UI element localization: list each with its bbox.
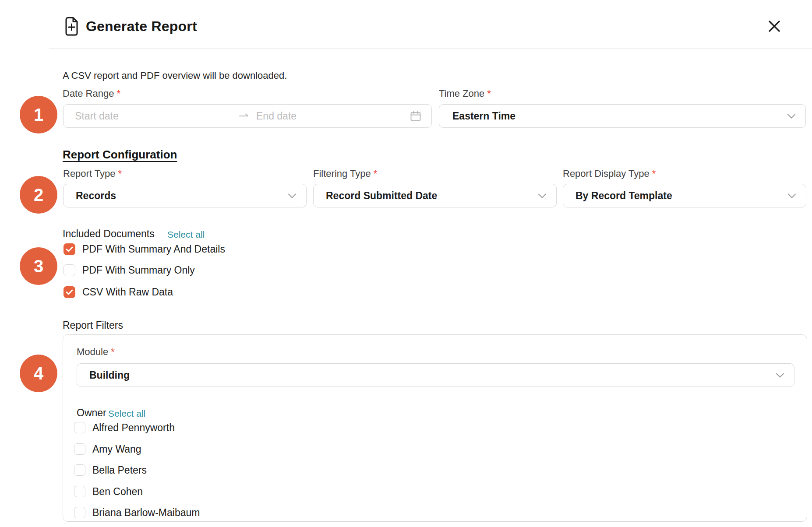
required-asterisk: * — [374, 168, 378, 179]
annotation-badge-2: 2 — [20, 176, 57, 214]
document-option-label: PDF With Summary Only — [82, 264, 195, 276]
owner-option-label: Amy Wang — [92, 443, 141, 455]
required-asterisk: * — [487, 88, 491, 99]
report-display-type-select[interactable]: By Record Template — [563, 184, 806, 207]
document-option-row[interactable]: PDF With Summary And Details — [64, 242, 225, 256]
header-divider — [49, 48, 812, 49]
document-option-label: CSV With Raw Data — [82, 286, 173, 298]
calendar-icon — [410, 110, 422, 122]
document-option-row[interactable]: PDF With Summary Only — [64, 263, 195, 277]
owner-option-row[interactable]: Amy Wang — [74, 442, 141, 456]
document-option-row[interactable]: CSV With Raw Data — [64, 285, 173, 299]
owner-label: Owner — [77, 407, 106, 419]
generate-report-modal: Generate Report A CSV report and PDF ove… — [0, 0, 812, 527]
checkbox[interactable] — [74, 464, 85, 476]
time-zone-select[interactable]: Eastern Time — [439, 104, 806, 128]
report-display-type-value: By Record Template — [575, 190, 672, 202]
report-filters-label: Report Filters — [63, 320, 123, 331]
module-value: Building — [89, 369, 130, 381]
intro-text: A CSV report and PDF overview will be do… — [63, 70, 287, 81]
filtering-type-label: Filtering Type* — [313, 168, 377, 179]
close-icon — [768, 20, 781, 33]
owner-option-label: Briana Barlow-Maibaum — [92, 507, 200, 519]
owner-option-row[interactable]: Alfred Pennyworth — [74, 421, 175, 435]
report-type-value: Records — [76, 190, 116, 202]
filtering-type-select[interactable]: Record Submitted Date — [313, 184, 557, 207]
owner-select-all-link[interactable]: Select all — [108, 408, 145, 419]
chevron-down-icon — [538, 193, 547, 198]
module-select[interactable]: Building — [77, 363, 794, 387]
range-arrow-icon — [239, 113, 249, 119]
required-asterisk: * — [117, 88, 120, 99]
document-option-label: PDF With Summary And Details — [82, 243, 225, 255]
page-title: Generate Report — [86, 16, 197, 37]
report-display-type-label: Report Display Type* — [563, 168, 656, 179]
checkbox[interactable] — [74, 443, 85, 455]
chevron-down-icon — [787, 114, 796, 119]
required-asterisk: * — [652, 168, 656, 179]
owner-option-row[interactable]: Briana Barlow-Maibaum — [74, 506, 200, 520]
close-button[interactable] — [763, 15, 786, 38]
included-documents-select-all-link[interactable]: Select all — [167, 229, 205, 240]
end-date-placeholder[interactable]: End date — [256, 110, 297, 122]
owner-option-label: Ben Cohen — [92, 486, 143, 498]
checkbox[interactable] — [74, 422, 85, 433]
report-type-label: Report Type* — [63, 168, 122, 179]
filtering-type-value: Record Submitted Date — [326, 190, 437, 202]
start-date-placeholder[interactable]: Start date — [75, 110, 239, 122]
chevron-down-icon — [787, 193, 796, 198]
annotation-badge-1: 1 — [20, 96, 57, 134]
time-zone-label: Time Zone* — [439, 88, 491, 99]
checkbox[interactable] — [64, 264, 75, 276]
owner-option-label: Alfred Pennyworth — [92, 422, 175, 434]
owner-option-label: Bella Peters — [92, 464, 147, 476]
owner-option-row[interactable]: Bella Peters — [74, 463, 147, 477]
report-type-select[interactable]: Records — [63, 184, 307, 207]
required-asterisk: * — [118, 168, 122, 179]
chevron-down-icon — [776, 373, 784, 378]
checkbox[interactable] — [74, 507, 85, 518]
checkbox[interactable] — [74, 486, 85, 497]
date-range-label: Date Range* — [63, 88, 120, 99]
check-icon — [66, 289, 73, 295]
report-configuration-heading: Report Configuration — [63, 148, 177, 162]
module-label: Module* — [77, 346, 115, 358]
chevron-down-icon — [288, 193, 297, 198]
owner-option-row[interactable]: Ben Cohen — [74, 485, 143, 499]
annotation-badge-3: 3 — [20, 247, 57, 285]
date-range-input[interactable]: Start date End date — [63, 104, 432, 128]
included-documents-label: Included Documents — [63, 228, 155, 240]
document-add-icon — [64, 17, 79, 36]
checkbox[interactable] — [64, 286, 75, 298]
checkbox[interactable] — [64, 243, 75, 255]
required-asterisk: * — [111, 346, 115, 357]
time-zone-value: Eastern Time — [452, 110, 515, 122]
check-icon — [66, 246, 73, 252]
annotation-badge-4: 4 — [20, 355, 57, 392]
